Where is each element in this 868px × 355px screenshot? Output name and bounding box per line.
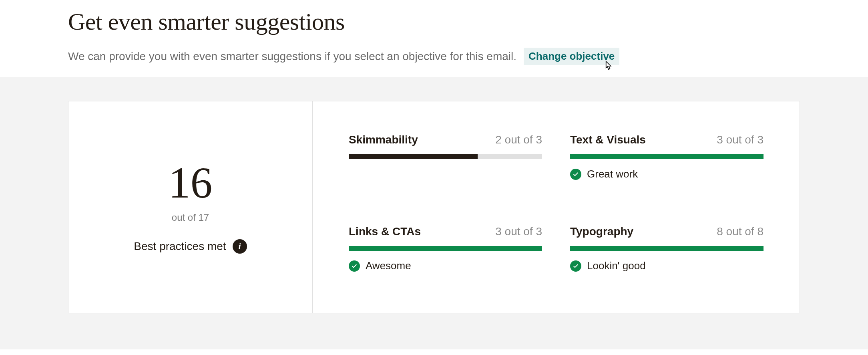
progress-fill	[570, 246, 764, 251]
progress-bar	[349, 246, 542, 251]
metric-message: Great work	[587, 168, 638, 180]
progress-bar	[570, 246, 764, 251]
page-subtitle: We can provide you with even smarter sug…	[68, 50, 516, 63]
metric-name: Text & Visuals	[570, 133, 646, 146]
check-icon	[570, 260, 581, 272]
metric-links-ctas: Links & CTAs 3 out of 3 Awesome	[349, 225, 542, 289]
metric-typography: Typography 8 out of 8 Lookin' good	[570, 225, 764, 289]
summary-out-of: out of 17	[172, 212, 209, 223]
metric-score: 8 out of 8	[717, 225, 764, 238]
metric-score: 3 out of 3	[717, 133, 764, 146]
progress-fill	[570, 154, 764, 159]
metric-score: 2 out of 3	[495, 133, 542, 146]
progress-fill	[349, 154, 478, 159]
metric-skimmability: Skimmability 2 out of 3	[349, 133, 542, 197]
metric-score: 3 out of 3	[495, 225, 542, 238]
cursor-icon	[603, 60, 613, 75]
progress-bar	[570, 154, 764, 159]
summary-label: Best practices met	[134, 240, 226, 253]
progress-fill	[349, 246, 542, 251]
metrics-card: 16 out of 17 Best practices met i Skimma…	[68, 101, 800, 313]
metric-message: Awesome	[366, 260, 411, 272]
metric-name: Skimmability	[349, 133, 418, 146]
check-icon	[570, 169, 581, 180]
metric-name: Links & CTAs	[349, 225, 421, 238]
progress-bar	[349, 154, 542, 159]
metric-message: Lookin' good	[587, 260, 646, 272]
metric-name: Typography	[570, 225, 633, 238]
check-icon	[349, 260, 360, 272]
page-title: Get even smarter suggestions	[68, 8, 800, 36]
info-icon[interactable]: i	[233, 239, 247, 254]
summary-score: 16	[169, 161, 213, 205]
metric-text-visuals: Text & Visuals 3 out of 3 Great work	[570, 133, 764, 197]
summary-column: 16 out of 17 Best practices met i	[68, 101, 313, 313]
metrics-grid: Skimmability 2 out of 3 Text & Visuals 3…	[313, 101, 800, 313]
metrics-panel: 16 out of 17 Best practices met i Skimma…	[0, 77, 868, 349]
